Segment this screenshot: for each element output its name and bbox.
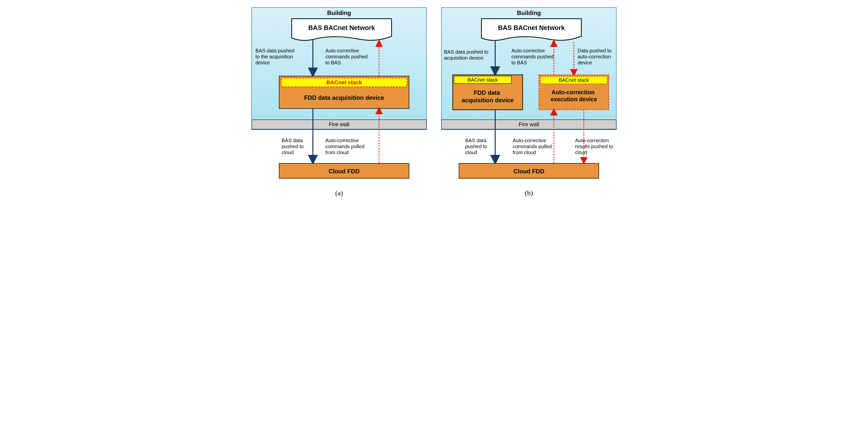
firewall-label: Fire wall	[329, 121, 349, 128]
firewall-label: Fire wall	[519, 121, 539, 128]
txt-bas-cloud: BAS data pushed to cloud	[282, 138, 305, 155]
txt-res-cloud: Auto-correction results pushed to cloud	[575, 138, 615, 155]
bas-network-label: BAS BACnet Network	[498, 24, 565, 31]
txt-cmd-cloud: Auto-corrective commands pulled from clo…	[326, 138, 366, 155]
bacnet-stack-right-label: BACnet stack	[559, 77, 589, 83]
cloud-fdd-label: Cloud FDD	[514, 168, 545, 175]
caption-b: (b)	[439, 189, 619, 197]
txt-bas-cloud: BAS data pushed to cloud	[465, 138, 489, 155]
cloud-fdd-label: Cloud FDD	[329, 168, 360, 175]
panel-a: Building BAS BACnet Network BAS data pus…	[249, 5, 429, 197]
fdd-device-label: FDD data acquisition device	[304, 94, 384, 101]
bas-network-label: BAS BACnet Network	[308, 24, 375, 31]
bacnet-stack-label: BACnet stack	[326, 79, 362, 86]
building-title: Building	[327, 9, 351, 16]
caption-a: (a)	[249, 189, 429, 197]
bacnet-stack-left-label: BACnet stack	[467, 77, 498, 82]
txt-cmd-cloud: Auto-corrective commands pulled from clo…	[513, 138, 553, 155]
building-title: Building	[517, 9, 541, 16]
panel-b: Building BAS BACnet Network BAS data pus…	[439, 5, 619, 197]
